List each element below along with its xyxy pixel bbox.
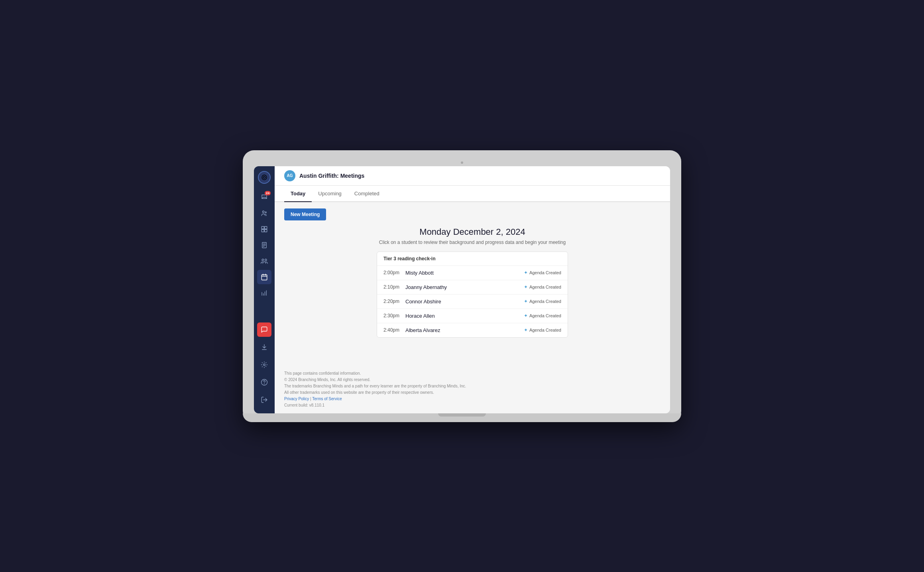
footer-links: Privacy Policy | Terms of Service [284,396,661,402]
download-icon[interactable] [257,340,271,354]
svg-point-21 [263,364,265,366]
svg-rect-6 [265,229,267,232]
agenda-status: Agenda Created [529,313,561,318]
chat-icon[interactable] [257,322,271,337]
status-badge: ✦ Agenda Created [524,270,561,275]
svg-rect-3 [261,226,264,229]
meeting-time: 2:30pm [383,313,405,318]
laptop-base [243,413,681,422]
table-row[interactable]: 2:20pm Connor Abshire ✦ Agenda Created [377,295,568,309]
new-meeting-button[interactable]: New Meeting [284,208,326,220]
agenda-icon: ✦ [524,284,528,290]
sidebar: 24 [254,166,275,413]
table-row[interactable]: 2:00pm Misty Abbott ✦ Agenda Created [377,266,568,280]
terms-of-service-link[interactable]: Terms of Service [312,397,342,401]
meeting-name: Joanny Abernathy [405,284,524,290]
agenda-status: Agenda Created [529,270,561,275]
meeting-rows-container: 2:00pm Misty Abbott ✦ Agenda Created 2:1… [377,266,568,337]
meeting-name: Connor Abshire [405,299,524,305]
table-row[interactable]: 2:40pm Alberta Alvarez ✦ Agenda Created [377,323,568,337]
footer-line2: © 2024 Branching Minds, Inc. All rights … [284,377,661,383]
agenda-icon: ✦ [524,270,528,275]
svg-point-11 [262,259,264,261]
status-badge: ✦ Agenda Created [524,284,561,290]
tab-upcoming[interactable]: Upcoming [312,186,348,202]
meeting-name: Horace Allen [405,313,524,319]
footer-line3: The trademarks Branching Minds and a pat… [284,383,661,389]
logo-icon[interactable] [258,171,271,184]
meeting-group-title: Tier 3 reading check-in [377,252,568,266]
agenda-icon: ✦ [524,327,528,333]
page-title: Austin Griffith: Meetings [299,173,364,179]
notification-badge: 24 [265,191,271,195]
footer-line4: All other trademarks used on this websit… [284,389,661,396]
footer-line1: This page contains confidential informat… [284,370,661,377]
svg-rect-13 [261,275,267,280]
meeting-name: Alberta Alvarez [405,327,524,333]
svg-point-23 [264,383,265,384]
tab-today[interactable]: Today [284,186,312,202]
status-badge: ✦ Agenda Created [524,327,561,333]
meeting-time: 2:20pm [383,299,405,304]
agenda-icon: ✦ [524,313,528,318]
agenda-status: Agenda Created [529,328,561,332]
calendar-icon[interactable] [257,270,271,284]
laptop-screen: 24 [254,166,670,413]
help-icon[interactable] [257,375,271,389]
date-heading: Monday December 2, 2024 [284,227,661,237]
agenda-status: Agenda Created [529,299,561,304]
agenda-icon: ✦ [524,299,528,304]
table-row[interactable]: 2:10pm Joanny Abernathy ✦ Agenda Created [377,280,568,295]
meeting-card: Tier 3 reading check-in 2:00pm Misty Abb… [377,252,568,338]
svg-point-2 [265,212,266,213]
svg-rect-4 [265,226,267,229]
tabs-bar: Today Upcoming Completed [275,186,670,202]
students-icon[interactable] [257,206,271,220]
footer-build: Current build: v8.110.1 [284,402,661,409]
notifications-icon[interactable]: 24 [257,190,271,204]
meeting-time: 2:00pm [383,270,405,275]
analytics-icon[interactable] [257,286,271,300]
dashboard-icon[interactable] [257,222,271,236]
laptop-shell: 24 [243,150,681,422]
status-badge: ✦ Agenda Created [524,299,561,304]
privacy-policy-link[interactable]: Privacy Policy [284,397,309,401]
meeting-time: 2:10pm [383,284,405,290]
groups-icon[interactable] [257,254,271,268]
logout-icon[interactable] [257,393,271,407]
top-header: AG Austin Griffith: Meetings [275,166,670,186]
reports-icon[interactable] [257,238,271,252]
meeting-name: Misty Abbott [405,270,524,276]
content-area: New Meeting Monday December 2, 2024 Clic… [275,202,670,366]
agenda-status: Agenda Created [529,285,561,289]
svg-point-1 [263,211,265,213]
svg-point-12 [265,259,267,261]
svg-rect-5 [261,229,264,232]
tab-completed[interactable]: Completed [348,186,386,202]
status-badge: ✦ Agenda Created [524,313,561,318]
sidebar-bottom [257,322,271,409]
svg-point-0 [262,175,267,180]
main-content: AG Austin Griffith: Meetings Today Upcom… [275,166,670,413]
date-subtext: Click on a student to review their backg… [284,240,661,245]
camera-dot [461,161,463,164]
footer: This page contains confidential informat… [275,366,670,413]
meeting-time: 2:40pm [383,327,405,333]
settings-icon[interactable] [257,358,271,372]
avatar: AG [284,170,295,181]
table-row[interactable]: 2:30pm Horace Allen ✦ Agenda Created [377,309,568,323]
